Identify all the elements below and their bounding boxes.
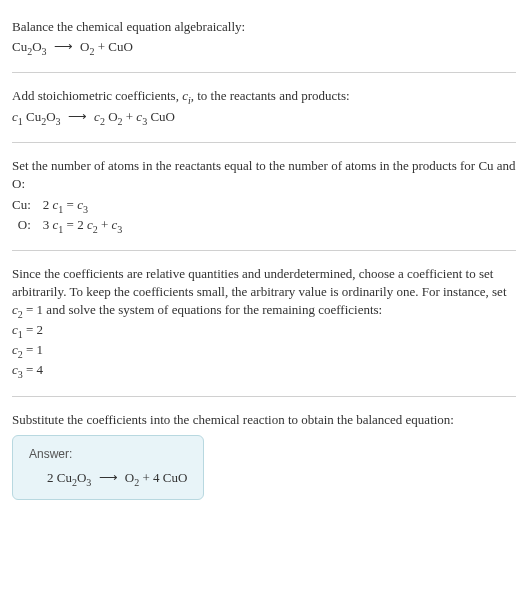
symbol-ci: ci [182, 88, 191, 103]
intro-text: Balance the chemical equation algebraica… [12, 18, 516, 36]
solve-text: Since the coefficients are relative quan… [12, 265, 516, 320]
species-o2: O2 [80, 39, 94, 54]
solution-line: c3 = 4 [12, 361, 516, 379]
answer-label: Answer: [29, 446, 187, 463]
balanced-equation: 2 Cu2O3 ⟶ O2 + 4 CuO [29, 469, 187, 487]
coefficients-text: Add stoichiometric coefficients, ci, to … [12, 87, 516, 105]
section-atom-balance: Set the number of atoms in the reactants… [12, 147, 516, 246]
section-solve: Since the coefficients are relative quan… [12, 255, 516, 392]
table-row: O: 3 c1 = 2 c2 + c3 [12, 215, 128, 235]
substitute-text: Substitute the coefficients into the che… [12, 411, 516, 429]
table-row: Cu: 2 c1 = c3 [12, 195, 128, 215]
divider [12, 142, 516, 143]
coefficient-equation: c1 Cu2O3 ⟶ c2 O2 + c3 CuO [12, 108, 516, 126]
divider [12, 72, 516, 73]
element-label: Cu: [12, 195, 37, 215]
atom-balance-table: Cu: 2 c1 = c3 O: 3 c1 = 2 c2 + c3 [12, 195, 128, 235]
section-intro: Balance the chemical equation algebraica… [12, 8, 516, 68]
unbalanced-equation: Cu2O3 ⟶ O2 + CuO [12, 38, 516, 56]
section-answer: Substitute the coefficients into the che… [12, 401, 516, 510]
element-label: O: [12, 215, 37, 235]
reaction-arrow-icon: ⟶ [64, 108, 91, 126]
solution-line: c1 = 2 [12, 321, 516, 339]
species-cu2o3: Cu2O3 [12, 39, 47, 54]
balance-equation: 2 c1 = c3 [37, 195, 129, 215]
divider [12, 396, 516, 397]
answer-box: Answer: 2 Cu2O3 ⟶ O2 + 4 CuO [12, 435, 204, 500]
species-cuo: CuO [108, 39, 133, 54]
balance-equation: 3 c1 = 2 c2 + c3 [37, 215, 129, 235]
reaction-arrow-icon: ⟶ [50, 38, 77, 56]
divider [12, 250, 516, 251]
solution-line: c2 = 1 [12, 341, 516, 359]
section-coefficients: Add stoichiometric coefficients, ci, to … [12, 77, 516, 137]
atom-balance-text: Set the number of atoms in the reactants… [12, 157, 516, 193]
reaction-arrow-icon: ⟶ [95, 469, 122, 487]
